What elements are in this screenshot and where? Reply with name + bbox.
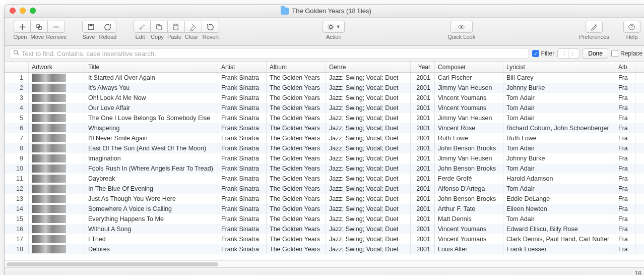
table-row[interactable]: 5The One I Love Belongs To Somebody Else… [5, 113, 644, 123]
table-row[interactable]: 6WhisperingFrank SinatraThe Golden Years… [5, 123, 644, 133]
table-row[interactable]: 8East Of The Sun (And West Of The Moon)F… [5, 143, 644, 153]
cell-composer: Vincent Youmans [435, 224, 503, 234]
table-row[interactable]: 18DeloresFrank SinatraThe Golden YearsJa… [5, 244, 644, 254]
cell-artwork [29, 214, 85, 224]
revert-button[interactable] [202, 21, 219, 33]
cell-title: Fools Rush In (Where Angels Fear To Trea… [85, 163, 218, 174]
svg-point-8 [329, 25, 332, 28]
cell-number: 16 [5, 224, 29, 234]
artwork-thumbnail [32, 104, 66, 112]
action-button[interactable]: ▼ [323, 21, 345, 33]
cell-title: Our Love Affair [85, 103, 218, 113]
done-button[interactable]: Done [583, 48, 608, 59]
artwork-thumbnail [32, 114, 66, 122]
preferences-button[interactable] [586, 21, 603, 33]
cell-year: 2001 [411, 153, 435, 163]
col-artwork[interactable]: Artwork [29, 62, 85, 72]
minimize-window-button[interactable] [20, 8, 26, 14]
col-album[interactable]: Album [267, 62, 326, 72]
move-label: Move [29, 34, 46, 40]
artwork-thumbnail [32, 94, 66, 102]
copy-button[interactable] [151, 21, 168, 33]
remove-button[interactable] [48, 21, 65, 33]
table-row[interactable]: 1It Started All Over AgainFrank SinatraT… [5, 73, 644, 83]
table-row[interactable]: 2It's Always YouFrank SinatraThe Golden … [5, 83, 644, 93]
table-row[interactable]: 16Without A SongFrank SinatraThe Golden … [5, 224, 644, 234]
cell-artist: Frank Sinatra [218, 214, 267, 224]
col-title[interactable]: Title [85, 62, 218, 72]
cell-number: 7 [5, 133, 29, 143]
table-row[interactable]: 4Our Love AffairFrank SinatraThe Golden … [5, 103, 644, 113]
table-row[interactable]: 15Everything Happens To MeFrank SinatraT… [5, 214, 644, 224]
clear-button[interactable] [185, 21, 202, 33]
cell-alb: Fra [615, 163, 635, 174]
cell-number: 12 [5, 184, 29, 194]
prev-match-button[interactable]: 〈 [557, 48, 568, 59]
cell-composer: Jimmy Van Heusen [435, 83, 503, 93]
paste-button[interactable] [168, 21, 185, 33]
col-genre[interactable]: Genre [326, 62, 411, 72]
cell-composer: Arthur F. Tate [435, 204, 503, 214]
filter-checkbox[interactable]: ✓ Filter [532, 50, 555, 57]
col-alb[interactable]: Alb [615, 62, 635, 72]
col-lyricist[interactable]: Lyricist [503, 62, 615, 72]
cell-title: East Of The Sun (And West Of The Moon) [85, 143, 218, 153]
cell-genre: Jazz; Swing; Vocal; Duet [326, 244, 411, 254]
table-row[interactable]: 14Somewhere A Voice Is CallingFrank Sina… [5, 204, 644, 214]
artwork-thumbnail [32, 175, 66, 183]
artwork-thumbnail [32, 124, 66, 132]
cell-alb: Fra [615, 103, 635, 113]
cell-title: Somewhere A Voice Is Calling [85, 204, 218, 214]
cell-genre: Jazz; Swing; Vocal; Duet [326, 214, 411, 224]
reload-button[interactable] [99, 21, 116, 33]
quicklook-button[interactable] [450, 21, 473, 33]
traffic-lights [10, 8, 36, 14]
table-row[interactable]: 10Fools Rush In (Where Angels Fear To Tr… [5, 163, 644, 174]
cell-number: 3 [5, 93, 29, 103]
cell-alb: Fra [615, 93, 635, 103]
search-input[interactable]: Text to find. Contains, case insensitive… [10, 48, 529, 59]
open-button[interactable] [14, 21, 31, 33]
cell-title: Whispering [85, 123, 218, 133]
next-match-button[interactable]: 〉 [568, 48, 579, 59]
cell-year: 2001 [411, 143, 435, 153]
table: Artwork Title Artist Album Genre Year Co… [5, 62, 644, 267]
artwork-thumbnail [32, 144, 66, 152]
table-row[interactable]: 13Just As Though You Were HereFrank Sina… [5, 194, 644, 204]
table-row[interactable]: 9ImaginationFrank SinatraThe Golden Year… [5, 153, 644, 163]
table-row[interactable]: 17I TriedFrank SinatraThe Golden YearsJa… [5, 234, 644, 244]
col-artist[interactable]: Artist [218, 62, 267, 72]
cell-number: 2 [5, 83, 29, 93]
cell-album: The Golden Years [267, 244, 326, 254]
replace-checkbox[interactable]: Replace [611, 50, 642, 57]
cell-album: The Golden Years [267, 204, 326, 214]
cell-number: 4 [5, 103, 29, 113]
cell-lyricist: Eileen Newton [503, 204, 615, 214]
cell-alb: Fra [615, 73, 635, 83]
cell-album: The Golden Years [267, 153, 326, 163]
horizontal-scrollbar[interactable] [5, 260, 644, 267]
cell-number: 11 [5, 174, 29, 184]
table-row[interactable]: 3Oh! Look At Me NowFrank SinatraThe Gold… [5, 93, 644, 103]
edit-button[interactable] [134, 21, 151, 33]
cell-lyricist: Tom Adair [503, 103, 615, 113]
close-window-button[interactable] [10, 8, 16, 14]
col-number[interactable] [5, 62, 29, 72]
zoom-window-button[interactable] [30, 8, 36, 14]
table-row[interactable]: 11DaybreakFrank SinatraThe Golden YearsJ… [5, 174, 644, 184]
scrollbar-thumb[interactable] [7, 262, 218, 266]
cell-artist: Frank Sinatra [218, 93, 267, 103]
cell-artist: Frank Sinatra [218, 204, 267, 214]
cell-genre: Jazz; Swing; Vocal; Duet [326, 143, 411, 153]
table-row[interactable]: 7I'll Never Smile AgainFrank SinatraThe … [5, 133, 644, 143]
cell-number: 13 [5, 194, 29, 204]
col-composer[interactable]: Composer [435, 62, 503, 72]
help-button[interactable]: ? [623, 21, 640, 33]
cell-lyricist: Tom Adair [503, 143, 615, 153]
table-row[interactable]: 12In The Blue Of EveningFrank SinatraThe… [5, 184, 644, 194]
move-button[interactable] [31, 21, 48, 33]
cell-year: 2001 [411, 214, 435, 224]
save-button[interactable] [82, 21, 99, 33]
cell-alb: Fra [615, 244, 635, 254]
col-year[interactable]: Year [411, 62, 435, 72]
